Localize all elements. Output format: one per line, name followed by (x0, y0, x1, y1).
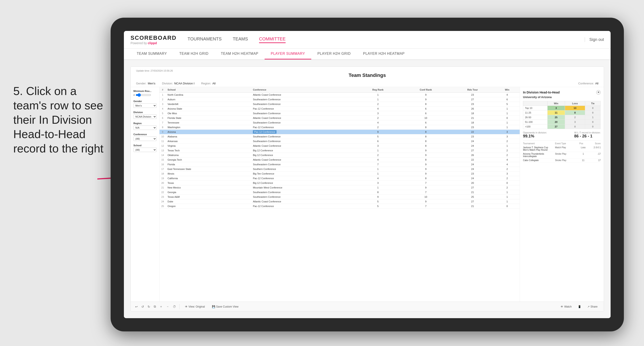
table-row[interactable]: 9 Arizona Pac-12 Conference 9 8 22 3 (160, 130, 520, 134)
table-row[interactable]: 12 Virginia Atlantic Coast Conference 3 … (160, 144, 520, 148)
cell-school: Duke (166, 199, 251, 204)
cell-win: 2 (495, 185, 520, 190)
redo-icon[interactable]: ↻ (148, 305, 150, 309)
tablet-screen: SCOREBOARD Powered by clippd TOURNAMENTS… (124, 31, 610, 318)
cell-conf-rank: 8 (401, 144, 450, 148)
cell-win: 1 (495, 125, 520, 130)
sec-nav-team-h2h-grid[interactable]: TEAM H2H GRID (173, 49, 214, 59)
cell-rds: 23 (450, 102, 494, 107)
table-row[interactable]: 10 Alabama Southeastern Conference 5 8 2… (160, 134, 520, 139)
table-row[interactable]: 19 California Pac-12 Conference 4 8 24 2 (160, 176, 520, 181)
table-row[interactable]: 2 Auburn Southeastern Conference 1 9 27 … (160, 97, 520, 102)
cell-conf-rank: 9 (401, 93, 450, 97)
gender-select[interactable]: Men's Women's (134, 103, 157, 108)
table-row[interactable]: 15 Georgia Tech Atlantic Coast Conferenc… (160, 158, 520, 162)
table-row[interactable]: 23 Texas A&M Southeastern Conference 9 1… (160, 195, 520, 199)
clock-icon[interactable]: ⏱ (173, 305, 176, 309)
table-row[interactable]: 5 Ole Miss Southeastern Conference 3 6 1… (160, 111, 520, 116)
cell-rds: 24 (450, 167, 494, 172)
undo-icon-2[interactable]: ↺ (141, 305, 144, 309)
minus-icon[interactable]: － (166, 305, 169, 309)
cell-rds: 26 (450, 153, 494, 158)
nav-tournaments[interactable]: TOURNAMENTS (188, 36, 222, 43)
h2h-divider (523, 140, 601, 141)
cell-school: New Mexico (166, 185, 251, 190)
table-row[interactable]: 7 Tennessee Southeastern Conference 4 6 … (160, 120, 520, 125)
table-row[interactable]: 1 North Carolina Atlantic Coast Conferen… (160, 93, 520, 97)
table-row[interactable]: 25 Oregon Pac-12 Conference 5 7 21 0 (160, 204, 520, 208)
cell-win: 1 (495, 111, 520, 116)
copy-icon[interactable]: ⧉ (154, 305, 156, 309)
sec-nav-player-h2h-heatmap[interactable]: PLAYER H2H HEATMAP (357, 49, 411, 59)
cell-conf-rank: 10 (401, 195, 450, 199)
tablet-icon-btn[interactable]: 📱 (576, 304, 583, 309)
h2h-row-1125[interactable]: 11-25 11 8 0 (523, 111, 601, 115)
cell-rank: 8 (160, 125, 166, 130)
standings-table: # School Conference Reg Rank Conf Rank R… (160, 87, 520, 208)
table-row[interactable]: 13 Texas Tech Big 12 Conference 1 9 27 2 (160, 148, 520, 153)
cell-reg-rank: 1 (355, 167, 401, 172)
sign-out-link[interactable]: Sign out (585, 37, 604, 42)
cell-rds: 21 (450, 190, 494, 195)
cell-school: Georgia (166, 190, 251, 195)
table-row[interactable]: 20 Texas Big 12 Conference 3 7 20 0 (160, 181, 520, 185)
tournament-list: Jackson T. Stephens Cup Men's Match Play… (523, 146, 601, 163)
cell-conference: Southeastern Conference (251, 102, 355, 107)
table-row[interactable]: 6 Florida State Atlantic Coast Conferenc… (160, 116, 520, 120)
min-rounds-slider[interactable] (136, 93, 151, 97)
nav-committee[interactable]: COMMITTEE (259, 36, 286, 43)
logo-area: SCOREBOARD Powered by clippd (130, 34, 176, 45)
record-stat: W-L-T record in-division: 86 - 26 - 1 (574, 131, 601, 139)
add-icon[interactable]: ＋ (160, 305, 162, 309)
table-row[interactable]: 21 New Mexico Mountain West Conference 1… (160, 185, 520, 190)
h2h-row-2650[interactable]: 26-50 25 2 1 (523, 115, 601, 120)
sec-nav-team-h2h-heatmap[interactable]: TEAM H2H HEATMAP (214, 49, 264, 59)
table-row[interactable]: 11 Arkansas Southeastern Conference 6 8 … (160, 139, 520, 144)
division-select[interactable]: NCAA Division I (134, 114, 157, 119)
conference-select[interactable]: (All) (134, 137, 157, 141)
save-custom-btn[interactable]: 💾 Save Custom View (210, 304, 240, 309)
table-row[interactable]: 18 Illinois Big Ten Conference 1 9 23 3 (160, 172, 520, 176)
filter-row: Gender: Men's Division: NCAA Division I … (131, 80, 604, 87)
cell-rank: 5 (160, 111, 166, 116)
share-btn[interactable]: ↗ Share (586, 304, 599, 309)
toolbar-right: 👁 Watch 📱 ↗ Share (559, 304, 599, 309)
cell-conference: Southern Conference (251, 167, 355, 172)
table-row[interactable]: 16 Florida Southeastern Conference 7 9 2… (160, 162, 520, 167)
cell-conference: Atlantic Coast Conference (251, 116, 355, 120)
table-row[interactable]: 3 Vanderbilt Southeastern Conference 2 8… (160, 102, 520, 107)
table-row[interactable]: 8 Washington Pac-12 Conference 2 8 23 1 (160, 125, 520, 130)
school-select[interactable]: (All) (134, 148, 157, 152)
sec-nav-player-summary[interactable]: PLAYER SUMMARY (264, 49, 311, 59)
cell-reg-rank: 2 (355, 102, 401, 107)
sec-nav-team-summary[interactable]: TEAM SUMMARY (130, 49, 173, 59)
h2h-panel: In Division Head-to-Head ✕ University of… (520, 87, 604, 302)
division-filter-display: Division: NCAA Division I (162, 82, 194, 85)
nav-teams[interactable]: TEAMS (233, 36, 248, 43)
cell-rds: 26 (450, 107, 494, 111)
table-row[interactable]: 14 Oklahoma Big 12 Conference 2 9 26 2 (160, 153, 520, 158)
undo-icon[interactable]: ↩ (135, 305, 138, 309)
h2h-row-top10[interactable]: Top 10 3 13 0 (523, 106, 601, 111)
cell-school: Washington (166, 125, 251, 130)
table-row[interactable]: 22 Georgia Southeastern Conference 8 7 2… (160, 190, 520, 195)
h2h-row-100plus[interactable]: >100 27 0 0 (523, 124, 601, 129)
cell-conf-rank: 8 (401, 134, 450, 139)
watch-btn[interactable]: 👁 Watch (559, 304, 574, 309)
table-row[interactable]: 24 Duke Atlantic Coast Conference 5 9 27… (160, 199, 520, 204)
h2h-close-button[interactable]: ✕ (596, 90, 601, 95)
cell-win: 6 (495, 97, 520, 102)
view-original-btn[interactable]: 👁 View: Original (183, 304, 207, 309)
cell-conference: Pac-12 Conference (251, 204, 355, 208)
table-row[interactable]: 4 Arizona State Pac-12 Conference 4 6 26… (160, 107, 520, 111)
cell-school: Florida State (166, 116, 251, 120)
table-row[interactable]: 17 East Tennessee State Southern Confere… (160, 167, 520, 172)
sec-nav-player-h2h-grid[interactable]: PLAYER H2H GRID (311, 49, 357, 59)
watch-icon: 👁 (560, 305, 563, 308)
h2h-row-51100[interactable]: 51-100 20 3 0 (523, 120, 601, 124)
region-select[interactable]: N/A (134, 126, 157, 130)
col-reg-rank: Reg Rank (355, 87, 401, 93)
cell-conf-rank: 9 (401, 162, 450, 167)
tournament-item-3: Cabo Collegiate Stroke Play 11 17 (523, 159, 601, 163)
col-school: School (166, 87, 251, 93)
